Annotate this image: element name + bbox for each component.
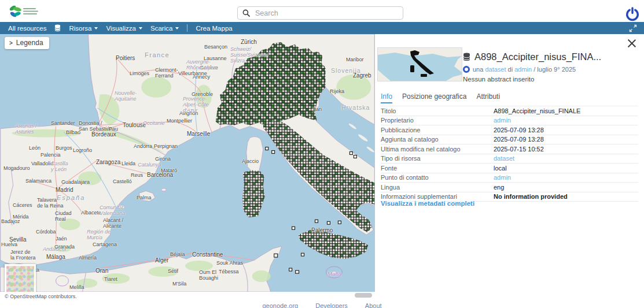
table-row: Punto di contatto admin [381,173,638,183]
table-row: Proprietario admin [381,116,638,126]
row-label: Proprietario [381,117,494,124]
byline-dataset-link[interactable]: dataset [485,66,506,73]
table-row: Titolo A898_Accipiter_nisus_FINALE [381,106,638,116]
chevron-right-icon: > [9,40,13,46]
resource-status-icon [463,66,470,73]
byline-prefix: una [473,66,483,73]
database-icon [54,24,61,32]
osm-attribution: © OpenStreetMap contributors. [5,294,77,299]
row-value: local [494,165,507,172]
site-logo[interactable] [8,3,49,20]
row-label: Informazioni supplementari [381,193,494,200]
nav-menu-item[interactable]: Risorsa [69,25,98,32]
search-icon [242,9,250,17]
horizontal-scrollbar-thumb[interactable] [355,293,372,298]
nav-menus: Risorsa Visualizza Scarica [61,25,179,32]
geonode-app: All resources Risorsa Visualizza Scarica… [0,0,644,308]
table-row: Ultima modifica nel catalogo 2025-07-15 … [381,144,638,154]
row-value[interactable]: dataset [494,155,514,162]
row-value: No information provided [494,193,568,200]
map-viewport[interactable]: FrancePoitiersLimogesClermont- FerrandVi… [0,34,375,292]
tab-info[interactable]: Info [381,92,392,103]
close-panel-button[interactable] [626,38,638,49]
nav-divider [187,24,187,32]
table-row: Lingua eng [381,183,638,192]
page-footer: geonode.orgDevelopersAbout [0,302,644,308]
resource-detail-panel: A898_Accipiter_nisus_FINA... ☆ una [375,34,644,308]
row-value: 2025-07-09 13:28 [494,127,544,133]
chevron-down-icon [94,27,98,29]
row-label: Titolo [381,107,494,114]
table-row: Aggiunta al catalogo 2025-07-09 13:28 [381,135,638,145]
row-value: eng [494,184,504,191]
chevron-down-icon [175,27,179,29]
resource-thumbnail [377,47,462,81]
row-value: 2025-07-15 10:52 [494,146,544,153]
table-row: Fonte local [381,164,638,173]
table-row: Pubblicazione 2025-07-09 13:28 [381,125,638,135]
row-value: A898_Accipiter_nisus_FINALE [494,107,580,114]
search-input[interactable] [254,9,398,18]
row-value[interactable]: admin [494,174,511,181]
main-navbar: All resources Risorsa Visualizza Scarica… [0,22,644,34]
basemap-svg [0,34,375,292]
row-label: Ultima modifica nel catalogo [381,146,494,153]
byline-di: di [508,66,513,73]
row-label: Aggiunta al catalogo [381,136,494,143]
byline-date: / luglio 9° 2025 [533,66,576,73]
resource-byline: una dataset di admin / luglio 9° 2025 [463,66,576,73]
search-bar [237,6,403,20]
login-power-button[interactable] [625,6,640,21]
dataset-type-icon [463,53,470,61]
nav-menu-item[interactable]: Scarica [150,25,179,32]
row-value[interactable]: admin [494,117,511,124]
overview-minimap[interactable] [5,264,36,292]
nav-menu-item[interactable]: Visualizza [106,25,142,32]
resource-title-row: A898_Accipiter_nisus_FINA... [463,51,636,62]
full-metadata-link[interactable]: Visualizza i metadati completi [381,200,474,207]
row-label: Tipo di risorsa [381,155,494,162]
metadata-table: Titolo A898_Accipiter_nisus_FINALE Propr… [381,106,638,202]
nav-crea-mappa[interactable]: Crea Mappa [196,25,232,32]
nav-all-resources[interactable]: All resources [8,25,46,32]
detail-tabs: InfoPosizione geograficaAttributi [381,92,500,103]
top-header [0,0,644,22]
tab-attributi[interactable]: Attributi [476,92,500,103]
row-label: Fonte [381,165,494,172]
row-label: Punto di contatto [381,174,494,181]
expand-fullscreen-icon[interactable] [629,24,637,32]
row-label: Pubblicazione [381,127,494,133]
chevron-down-icon [139,27,142,29]
byline-owner-link[interactable]: admin [514,66,532,73]
row-value: 2025-07-09 13:28 [494,136,544,143]
footer-link-geonodeorg[interactable]: geonode.org [262,302,298,308]
nav-dataset-icon-button[interactable] [54,24,61,32]
legend-button-label: Legenda [16,39,43,47]
legend-toggle-button[interactable]: > Legenda [5,37,49,49]
table-row: Tipo di risorsa dataset [381,154,638,164]
resource-title: A898_Accipiter_nisus_FINA... [474,51,601,62]
footer-link-developers[interactable]: Developers [315,302,348,308]
footer-link-about[interactable]: About [365,302,382,308]
row-label: Lingua [381,184,494,191]
abstract-text: Nessun abstract inserito [463,76,534,83]
tab-posizione-geografica[interactable]: Posizione geografica [402,92,466,103]
